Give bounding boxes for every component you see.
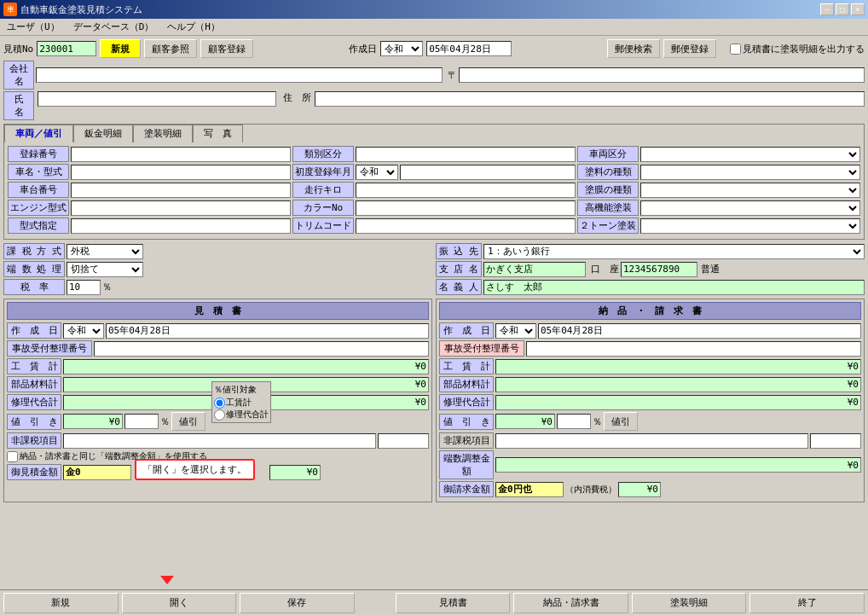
high-func-select[interactable] — [640, 200, 860, 216]
vehicle-class-label: 車両区分 — [577, 146, 639, 162]
company-input[interactable] — [36, 67, 443, 83]
save-bottom-button[interactable]: 保存 — [240, 593, 355, 613]
estimate-bottom-button[interactable]: 見積書 — [396, 593, 511, 613]
new-button[interactable]: 新規 — [100, 39, 141, 58]
open-bottom-button[interactable]: 開く — [122, 593, 237, 613]
del-discount-rate-input[interactable] — [557, 414, 591, 429]
est-non-tax-input[interactable] — [63, 433, 376, 449]
same-checkbox[interactable] — [7, 451, 18, 462]
model-label: 型式指定 — [8, 218, 69, 234]
era-select-top[interactable]: 令和 — [380, 41, 423, 56]
est-total-value[interactable] — [63, 465, 131, 480]
del-discount-input[interactable] — [495, 414, 555, 429]
customer-ref-button[interactable]: 顧客参照 — [144, 39, 197, 58]
radio-repair-label[interactable]: 修理代合計 — [214, 409, 269, 421]
radio-repair[interactable] — [214, 409, 225, 421]
est-non-tax-amount[interactable] — [378, 433, 429, 449]
del-date-input[interactable] — [538, 323, 861, 339]
tab-photo[interactable]: 写 真 — [193, 125, 243, 142]
postal-reg-button[interactable]: 郵便登録 — [663, 39, 716, 58]
del-rounding-input[interactable] — [495, 457, 861, 473]
del-tax-value[interactable] — [618, 482, 661, 497]
est-total-label: 御見積金額 — [7, 464, 61, 480]
engine-input[interactable] — [71, 200, 291, 216]
chassis-input[interactable] — [71, 183, 291, 198]
estimate-no-input[interactable] — [37, 41, 96, 56]
first-reg-input[interactable] — [400, 165, 576, 180]
del-total-value[interactable] — [495, 482, 564, 497]
end-bottom-button[interactable]: 終了 — [749, 593, 865, 613]
two-tone-select[interactable] — [640, 218, 860, 234]
mileage-input[interactable] — [356, 183, 576, 198]
est-discount-button[interactable]: 値引 — [171, 412, 205, 431]
address-input[interactable] — [315, 91, 865, 107]
tab-painting[interactable]: 塗装明細 — [133, 125, 193, 142]
menu-user[interactable]: ユーザ（U） — [3, 20, 63, 34]
menu-database[interactable]: データベース（D） — [70, 20, 158, 34]
del-labor-input[interactable] — [495, 359, 861, 374]
output-checkbox-label[interactable]: 見積書に塗装明細を出力する — [730, 43, 865, 55]
transfer-select[interactable]: 1：あいう銀行 — [483, 244, 865, 259]
paint-type-select[interactable] — [640, 165, 860, 180]
film-type-select[interactable] — [640, 183, 860, 198]
del-discount-button[interactable]: 値引 — [604, 412, 638, 431]
close-button[interactable]: × — [851, 3, 865, 15]
tooltip-bubble: 「開く」を選択します。 — [135, 459, 255, 480]
est-accident-label: 事故受付整理番号 — [7, 340, 92, 357]
radio-labor[interactable] — [214, 397, 225, 409]
tax-rate-input[interactable] — [67, 280, 101, 295]
est-parts-label: 部品材料計 — [7, 376, 61, 392]
radio-labor-label[interactable]: 工賃計 — [214, 397, 269, 409]
created-date-label: 作成日 — [349, 43, 377, 55]
minimize-button[interactable]: — — [820, 3, 834, 15]
menu-help[interactable]: ヘルプ（H） — [164, 20, 223, 34]
painting-bottom-button[interactable]: 塗装明細 — [632, 593, 747, 613]
est-era-select[interactable]: 令和 — [63, 323, 104, 339]
holder-input[interactable] — [483, 280, 865, 295]
est-total-amount[interactable] — [269, 465, 321, 480]
tax-method-select[interactable]: 外税 — [67, 244, 143, 259]
transfer-label: 振 込 先 — [436, 243, 482, 259]
del-era-select[interactable]: 令和 — [495, 323, 536, 339]
postal-input[interactable] — [459, 67, 865, 83]
tooltip-arrow — [160, 576, 174, 584]
name-input[interactable] — [38, 91, 276, 107]
engine-label: エンジン型式 — [8, 200, 69, 216]
tab-vehicle[interactable]: 車両／値引 — [4, 125, 73, 142]
new-bottom-button[interactable]: 新規 — [3, 593, 119, 613]
mileage-label: 走行キロ — [292, 182, 354, 198]
first-reg-label: 初度登録年月 — [292, 164, 354, 180]
app-icon: 車 — [3, 3, 17, 16]
est-date-input[interactable] — [106, 323, 429, 339]
tab-sheet-metal[interactable]: 鈑金明細 — [73, 125, 133, 142]
maximize-button[interactable]: □ — [836, 3, 849, 15]
reg-number-input[interactable] — [71, 147, 291, 162]
rounding-select[interactable]: 切捨て — [67, 262, 143, 277]
est-labor-input[interactable] — [63, 359, 429, 374]
del-subtotal-label: 修理代合計 — [439, 394, 494, 410]
del-non-tax-amount[interactable] — [810, 433, 861, 449]
color-input[interactable] — [356, 200, 576, 216]
category-input[interactable] — [356, 147, 576, 162]
vehicle-class-select[interactable] — [640, 147, 860, 162]
account-number-input[interactable] — [621, 262, 697, 277]
postal-search-button[interactable]: 郵便検索 — [607, 39, 660, 58]
est-accident-input[interactable] — [94, 341, 429, 357]
first-reg-era[interactable]: 令和 — [356, 165, 398, 180]
account-type: 普通 — [701, 263, 720, 276]
est-discount-input[interactable] — [63, 414, 123, 429]
del-subtotal-input[interactable] — [495, 395, 861, 410]
car-name-input[interactable] — [71, 165, 291, 180]
branch-input[interactable] — [483, 262, 586, 277]
est-discount-rate-input[interactable] — [124, 414, 159, 429]
output-checkbox[interactable] — [730, 44, 741, 55]
discount-target-label: ％値引対象 — [214, 384, 269, 396]
customer-reg-button[interactable]: 顧客登録 — [200, 39, 253, 58]
del-non-tax-input[interactable] — [495, 433, 808, 449]
del-parts-input[interactable] — [495, 377, 861, 392]
delivery-bottom-button[interactable]: 納品・請求書 — [513, 593, 628, 613]
del-accident-input[interactable] — [526, 341, 861, 357]
model-input[interactable] — [71, 218, 291, 234]
trim-input[interactable] — [356, 218, 576, 234]
date-input-top[interactable] — [426, 41, 512, 56]
